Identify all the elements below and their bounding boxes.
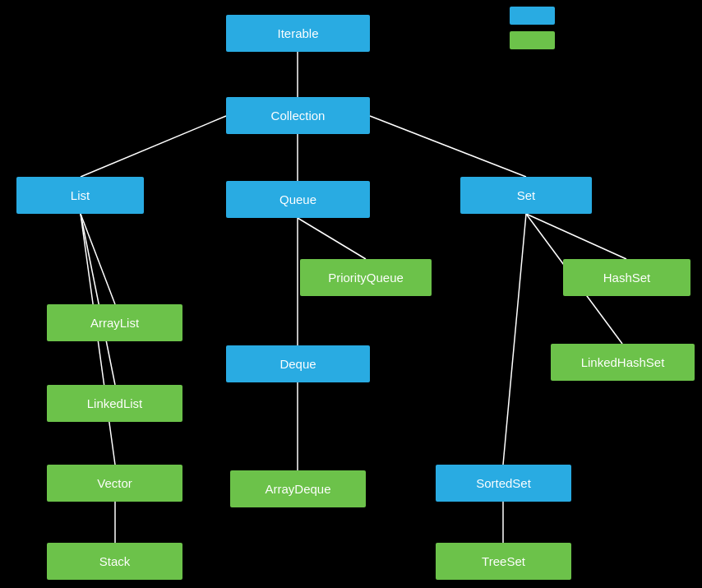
set-hashset-line <box>526 214 626 259</box>
linkedlist-node: LinkedList <box>47 385 182 422</box>
legend-blue-node <box>510 7 555 25</box>
list-linkedlist-line <box>81 214 115 385</box>
vector-node: Vector <box>47 465 182 502</box>
set-node: Set <box>460 177 592 214</box>
arraydeque-node: ArrayDeque <box>230 470 366 507</box>
deque-node: Deque <box>226 345 370 382</box>
list-node: List <box>16 177 144 214</box>
hashset-node: HashSet <box>563 259 690 296</box>
linkedhashset-node: LinkedHashSet <box>551 344 695 381</box>
queue-priorityqueue-line <box>298 218 366 259</box>
iterable-node: Iterable <box>226 15 370 52</box>
queue-node: Queue <box>226 181 370 218</box>
stack-node: Stack <box>47 543 182 580</box>
treeset-node: TreeSet <box>436 543 571 580</box>
legend-green-node <box>510 31 555 49</box>
set-sortedset-line <box>503 214 526 465</box>
list-arraylist-line <box>81 214 115 304</box>
arraylist-node: ArrayList <box>47 304 182 341</box>
sortedset-node: SortedSet <box>436 465 571 502</box>
collection-node: Collection <box>226 97 370 134</box>
collection-set-line <box>370 116 526 177</box>
collection-list-line <box>81 116 226 177</box>
priorityqueue-node: PriorityQueue <box>300 259 432 296</box>
